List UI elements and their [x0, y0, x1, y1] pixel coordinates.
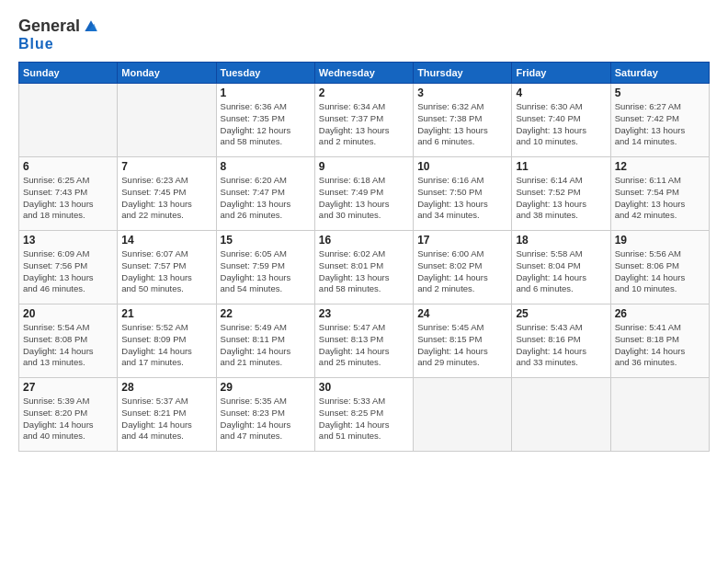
calendar-cell — [512, 378, 610, 452]
day-detail: Sunrise: 5:39 AM Sunset: 8:20 PM Dayligh… — [23, 396, 94, 441]
calendar-header-saturday: Saturday — [610, 63, 709, 84]
calendar-cell — [118, 84, 216, 157]
day-number: 1 — [221, 86, 311, 99]
calendar-cell: 4Sunrise: 6:30 AM Sunset: 7:40 PM Daylig… — [512, 84, 610, 157]
calendar-cell: 1Sunrise: 6:36 AM Sunset: 7:35 PM Daylig… — [216, 84, 314, 157]
calendar-header-friday: Friday — [512, 63, 610, 84]
calendar-cell: 11Sunrise: 6:14 AM Sunset: 7:52 PM Dayli… — [512, 157, 610, 231]
day-detail: Sunrise: 6:05 AM Sunset: 7:59 PM Dayligh… — [221, 248, 291, 293]
logo-icon — [82, 17, 100, 36]
day-number: 22 — [221, 307, 311, 320]
calendar-cell: 30Sunrise: 5:33 AM Sunset: 8:25 PM Dayli… — [314, 378, 413, 452]
day-number: 13 — [23, 234, 113, 247]
day-detail: Sunrise: 5:45 AM Sunset: 8:15 PM Dayligh… — [417, 322, 488, 367]
day-detail: Sunrise: 5:58 AM Sunset: 8:04 PM Dayligh… — [516, 248, 586, 293]
day-detail: Sunrise: 5:37 AM Sunset: 8:21 PM Dayligh… — [121, 396, 192, 441]
day-detail: Sunrise: 5:49 AM Sunset: 8:11 PM Dayligh… — [221, 322, 291, 367]
calendar-header-monday: Monday — [118, 63, 216, 84]
calendar-cell: 24Sunrise: 5:45 AM Sunset: 8:15 PM Dayli… — [414, 304, 512, 378]
calendar-cell: 22Sunrise: 5:49 AM Sunset: 8:11 PM Dayli… — [216, 304, 314, 378]
logo: General Blue — [18, 17, 100, 52]
calendar-table: SundayMondayTuesdayWednesdayThursdayFrid… — [18, 62, 710, 452]
day-detail: Sunrise: 6:09 AM Sunset: 7:56 PM Dayligh… — [23, 248, 94, 293]
calendar-cell: 6Sunrise: 6:25 AM Sunset: 7:43 PM Daylig… — [19, 157, 118, 231]
day-detail: Sunrise: 5:41 AM Sunset: 8:18 PM Dayligh… — [615, 322, 686, 367]
calendar-header-tuesday: Tuesday — [216, 63, 314, 84]
day-number: 27 — [23, 381, 113, 394]
calendar-cell: 7Sunrise: 6:23 AM Sunset: 7:45 PM Daylig… — [118, 157, 216, 231]
day-detail: Sunrise: 5:54 AM Sunset: 8:08 PM Dayligh… — [23, 322, 94, 367]
day-number: 2 — [319, 86, 409, 99]
day-detail: Sunrise: 6:07 AM Sunset: 7:57 PM Dayligh… — [121, 248, 192, 293]
calendar-week-row: 27Sunrise: 5:39 AM Sunset: 8:20 PM Dayli… — [19, 378, 710, 452]
calendar-cell: 18Sunrise: 5:58 AM Sunset: 8:04 PM Dayli… — [512, 231, 610, 304]
calendar-cell: 20Sunrise: 5:54 AM Sunset: 8:08 PM Dayli… — [19, 304, 118, 378]
day-number: 28 — [121, 381, 211, 394]
day-number: 19 — [615, 234, 705, 247]
calendar-cell: 3Sunrise: 6:32 AM Sunset: 7:38 PM Daylig… — [414, 84, 512, 157]
day-detail: Sunrise: 5:52 AM Sunset: 8:09 PM Dayligh… — [121, 322, 192, 367]
calendar-cell: 27Sunrise: 5:39 AM Sunset: 8:20 PM Dayli… — [19, 378, 118, 452]
day-detail: Sunrise: 6:00 AM Sunset: 8:02 PM Dayligh… — [417, 248, 488, 293]
calendar-cell: 13Sunrise: 6:09 AM Sunset: 7:56 PM Dayli… — [19, 231, 118, 304]
day-detail: Sunrise: 6:02 AM Sunset: 8:01 PM Dayligh… — [319, 248, 390, 293]
day-detail: Sunrise: 5:47 AM Sunset: 8:13 PM Dayligh… — [319, 322, 390, 367]
day-number: 25 — [516, 307, 606, 320]
logo-blue-text: Blue — [18, 36, 54, 52]
day-number: 9 — [319, 160, 409, 173]
calendar-cell: 9Sunrise: 6:18 AM Sunset: 7:49 PM Daylig… — [314, 157, 413, 231]
day-number: 21 — [121, 307, 211, 320]
day-detail: Sunrise: 6:14 AM Sunset: 7:52 PM Dayligh… — [516, 175, 586, 220]
day-number: 20 — [23, 307, 113, 320]
calendar-week-row: 13Sunrise: 6:09 AM Sunset: 7:56 PM Dayli… — [19, 231, 710, 304]
day-number: 4 — [516, 86, 606, 99]
day-number: 16 — [319, 234, 409, 247]
day-detail: Sunrise: 6:32 AM Sunset: 7:38 PM Dayligh… — [417, 101, 488, 146]
day-number: 30 — [319, 381, 409, 394]
day-detail: Sunrise: 5:33 AM Sunset: 8:25 PM Dayligh… — [319, 396, 390, 441]
day-detail: Sunrise: 6:18 AM Sunset: 7:49 PM Dayligh… — [319, 175, 390, 220]
day-detail: Sunrise: 5:43 AM Sunset: 8:16 PM Dayligh… — [516, 322, 586, 367]
day-detail: Sunrise: 6:16 AM Sunset: 7:50 PM Dayligh… — [417, 175, 488, 220]
day-number: 15 — [221, 234, 311, 247]
day-number: 23 — [319, 307, 409, 320]
day-detail: Sunrise: 6:34 AM Sunset: 7:37 PM Dayligh… — [319, 101, 390, 146]
calendar-cell: 19Sunrise: 5:56 AM Sunset: 8:06 PM Dayli… — [610, 231, 709, 304]
day-detail: Sunrise: 5:56 AM Sunset: 8:06 PM Dayligh… — [615, 248, 686, 293]
calendar-cell: 16Sunrise: 6:02 AM Sunset: 8:01 PM Dayli… — [314, 231, 413, 304]
header: General Blue — [18, 17, 710, 52]
day-number: 12 — [615, 160, 705, 173]
logo-general-text: General — [18, 17, 80, 36]
day-number: 5 — [615, 86, 705, 99]
calendar-week-row: 1Sunrise: 6:36 AM Sunset: 7:35 PM Daylig… — [19, 84, 710, 157]
calendar-cell: 5Sunrise: 6:27 AM Sunset: 7:42 PM Daylig… — [610, 84, 709, 157]
day-number: 24 — [417, 307, 507, 320]
calendar-cell: 2Sunrise: 6:34 AM Sunset: 7:37 PM Daylig… — [314, 84, 413, 157]
calendar-header-wednesday: Wednesday — [314, 63, 413, 84]
calendar-header-sunday: Sunday — [19, 63, 118, 84]
day-number: 14 — [121, 234, 211, 247]
day-detail: Sunrise: 6:20 AM Sunset: 7:47 PM Dayligh… — [221, 175, 291, 220]
calendar-cell: 21Sunrise: 5:52 AM Sunset: 8:09 PM Dayli… — [118, 304, 216, 378]
calendar-cell: 29Sunrise: 5:35 AM Sunset: 8:23 PM Dayli… — [216, 378, 314, 452]
day-number: 10 — [417, 160, 507, 173]
calendar-cell: 10Sunrise: 6:16 AM Sunset: 7:50 PM Dayli… — [414, 157, 512, 231]
page: General Blue SundayMondayTuesdayWednesda… — [0, 0, 728, 563]
calendar-header-thursday: Thursday — [414, 63, 512, 84]
day-detail: Sunrise: 5:35 AM Sunset: 8:23 PM Dayligh… — [221, 396, 291, 441]
day-number: 18 — [516, 234, 606, 247]
calendar-cell: 25Sunrise: 5:43 AM Sunset: 8:16 PM Dayli… — [512, 304, 610, 378]
day-number: 8 — [221, 160, 311, 173]
day-number: 11 — [516, 160, 606, 173]
day-detail: Sunrise: 6:11 AM Sunset: 7:54 PM Dayligh… — [615, 175, 686, 220]
calendar-cell — [19, 84, 118, 157]
day-number: 3 — [417, 86, 507, 99]
day-number: 26 — [615, 307, 705, 320]
day-detail: Sunrise: 6:36 AM Sunset: 7:35 PM Dayligh… — [221, 101, 291, 146]
calendar-cell: 17Sunrise: 6:00 AM Sunset: 8:02 PM Dayli… — [414, 231, 512, 304]
calendar-cell: 8Sunrise: 6:20 AM Sunset: 7:47 PM Daylig… — [216, 157, 314, 231]
calendar-week-row: 6Sunrise: 6:25 AM Sunset: 7:43 PM Daylig… — [19, 157, 710, 231]
day-number: 29 — [221, 381, 311, 394]
calendar-week-row: 20Sunrise: 5:54 AM Sunset: 8:08 PM Dayli… — [19, 304, 710, 378]
day-detail: Sunrise: 6:25 AM Sunset: 7:43 PM Dayligh… — [23, 175, 94, 220]
